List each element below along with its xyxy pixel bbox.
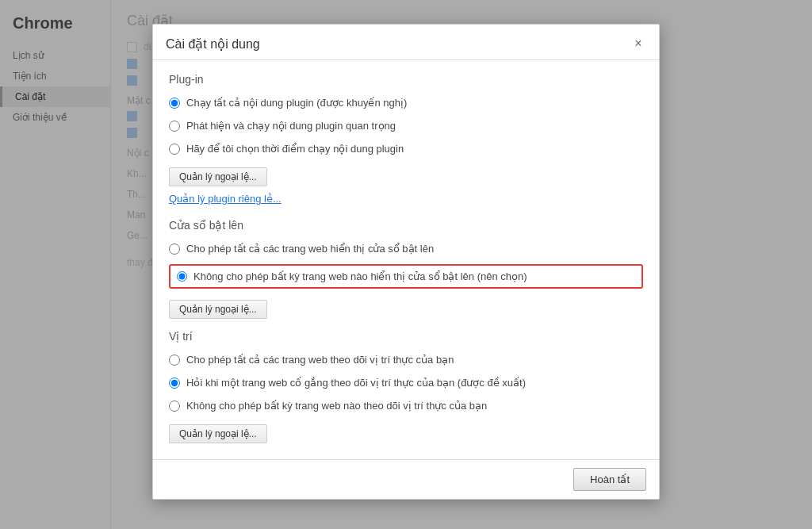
plugin-label-detect[interactable]: Phát hiện và chạy nội dung plugin quan t… [186, 120, 396, 132]
location-label-allow[interactable]: Cho phép tất cả các trang web theo dõi v… [186, 354, 454, 366]
done-button[interactable]: Hoàn tất [573, 468, 646, 491]
plugin-option-ask[interactable]: Hãy để tôi chọn thời điểm chạy nội dung … [169, 141, 643, 156]
plugin-radio-ask[interactable] [169, 144, 180, 155]
popup-section-title: Cửa sổ bật lên [169, 219, 643, 232]
plugin-section: Plug-in Chạy tất cả nội dung plugin (đượ… [169, 73, 643, 211]
location-label-ask[interactable]: Hỏi khi một trang web cố gắng theo dõi v… [186, 377, 526, 389]
modal-header: Cài đặt nội dung × [153, 25, 659, 60]
modal-title: Cài đặt nội dung [166, 36, 260, 52]
location-section: Vị trí Cho phép tất cả các trang web the… [169, 330, 643, 447]
location-option-block[interactable]: Không cho phép bất kỳ trang web nào theo… [169, 398, 643, 413]
popup-option-allow[interactable]: Cho phép tất cả các trang web hiển thị c… [169, 241, 643, 256]
popup-manage-exceptions-button[interactable]: Quản lý ngoại lệ... [169, 300, 267, 319]
location-radio-ask[interactable] [169, 378, 180, 389]
plugin-manage-exceptions-button[interactable]: Quản lý ngoại lệ... [169, 167, 267, 186]
location-radio-block[interactable] [169, 401, 180, 412]
popup-radio-block[interactable] [177, 271, 187, 282]
plugin-label-all[interactable]: Chạy tất cả nội dung plugin (được khuyến… [186, 97, 407, 109]
content-settings-modal: Cài đặt nội dung × Plug-in Chạy tất cả n… [152, 24, 660, 500]
popup-radio-allow[interactable] [169, 243, 180, 255]
plugin-radio-detect[interactable] [169, 121, 180, 132]
close-button[interactable]: × [630, 36, 646, 52]
modal-footer: Hoàn tất [153, 459, 659, 499]
location-label-block[interactable]: Không cho phép bất kỳ trang web nào theo… [186, 400, 487, 412]
location-option-allow[interactable]: Cho phép tất cả các trang web theo dõi v… [169, 352, 643, 367]
location-radio-allow[interactable] [169, 355, 180, 366]
location-section-title: Vị trí [169, 330, 643, 343]
plugin-radio-all[interactable] [169, 98, 180, 109]
popup-highlighted-option[interactable]: Không cho phép bất kỳ trang web nào hiển… [169, 264, 643, 289]
plugin-label-ask[interactable]: Hãy để tôi chọn thời điểm chạy nội dung … [186, 143, 404, 155]
plugin-individual-link[interactable]: Quản lý plugin riêng lẻ... [169, 193, 282, 205]
plugin-option-detect[interactable]: Phát hiện và chạy nội dung plugin quan t… [169, 118, 643, 133]
modal-overlay: Cài đặt nội dung × Plug-in Chạy tất cả n… [0, 0, 812, 529]
plugin-option-all[interactable]: Chạy tất cả nội dung plugin (được khuyến… [169, 95, 643, 110]
popup-label-allow[interactable]: Cho phép tất cả các trang web hiển thị c… [186, 243, 434, 255]
location-manage-exceptions-button[interactable]: Quản lý ngoại lệ... [169, 424, 267, 443]
location-option-ask[interactable]: Hỏi khi một trang web cố gắng theo dõi v… [169, 375, 643, 390]
popup-label-block[interactable]: Không cho phép bất kỳ trang web nào hiển… [193, 270, 527, 282]
popup-section: Cửa sổ bật lên Cho phép tất cả các trang… [169, 219, 643, 322]
plugin-section-title: Plug-in [169, 73, 643, 86]
modal-body[interactable]: Plug-in Chạy tất cả nội dung plugin (đượ… [153, 60, 659, 459]
